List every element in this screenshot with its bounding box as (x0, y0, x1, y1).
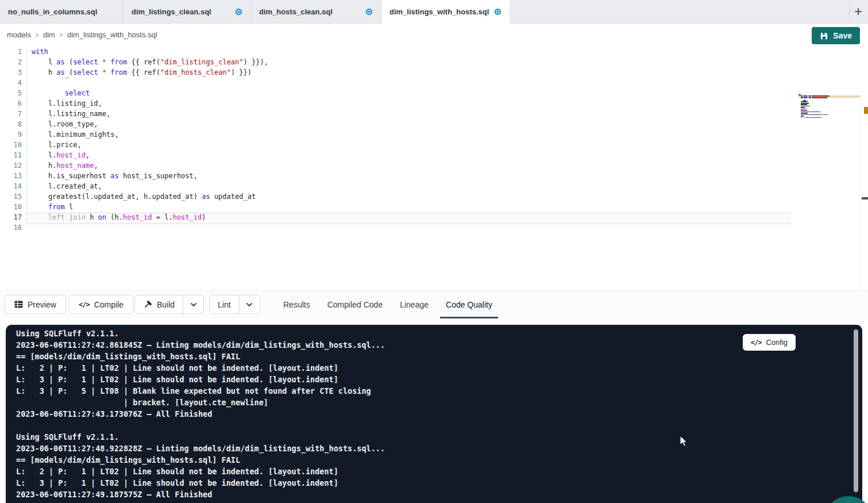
code-line[interactable]: h as (select * from {{ ref("dim_hosts_cl… (32, 68, 799, 79)
code-line[interactable] (32, 224, 799, 234)
panel-tab-lineage[interactable]: Lineage (394, 291, 434, 318)
line-number: 5 (0, 89, 22, 99)
line-number: 9 (0, 130, 22, 141)
code-line[interactable]: l.minimum_nights, (32, 130, 799, 141)
scrollbar-position-marker[interactable] (862, 197, 868, 199)
build-button-label: Build (157, 300, 175, 309)
new-tab-button[interactable]: + (851, 2, 866, 21)
editor-minimap[interactable] (798, 94, 862, 122)
line-number: 14 (0, 182, 22, 193)
code-line[interactable]: from l (32, 203, 799, 213)
terminal-line: L: 3 | P: 1 | LT02 | Line should not be … (16, 478, 788, 490)
line-number: 17 (0, 213, 22, 224)
code-line[interactable] (32, 79, 799, 89)
code-line[interactable]: h.host_name, (32, 162, 799, 172)
panel-tab-label: Results (283, 300, 310, 309)
breadcrumb-item[interactable]: models (7, 30, 31, 39)
modified-dot-icon (361, 8, 373, 16)
tab-bar-filler: + (510, 0, 868, 24)
line-number: 8 (0, 120, 22, 130)
minimap-line (798, 95, 862, 97)
editor-tab[interactable]: no_nulls_in_columns.sql (0, 0, 124, 24)
code-line[interactable]: l.listing_id, (32, 99, 799, 110)
save-button[interactable]: Save (812, 27, 860, 44)
config-button[interactable]: </> Config (743, 334, 796, 351)
panel-tab-label: Code Quality (446, 300, 492, 309)
compile-button[interactable]: </> Compile (69, 295, 133, 314)
line-number: 18 (0, 224, 22, 234)
terminal-line: == [models/dim/dim_listings_with_hosts.s… (16, 352, 788, 363)
code-line[interactable]: left join h on (h.host_id = l.host_id) (32, 213, 799, 224)
panel-tab-results[interactable]: Results (277, 291, 316, 318)
code-lines[interactable]: with l as (select * from {{ ref("dim_lis… (32, 48, 799, 234)
modified-dot-icon (489, 8, 501, 16)
code-line[interactable]: l.host_id, (32, 151, 799, 162)
minimap-line (798, 101, 862, 102)
breadcrumb-item[interactable]: dim_listings_with_hosts.sql (67, 30, 157, 39)
code-line[interactable]: l as (select * from {{ ref("dim_listings… (32, 58, 799, 68)
panel-tab-code-quality[interactable]: Code Quality (440, 291, 498, 318)
terminal-line: Using SQLFluff v2.1.1. (16, 432, 788, 444)
line-number: 10 (0, 141, 22, 151)
code-line[interactable]: h.is_superhost as host_is_superhost, (32, 172, 799, 182)
panel-tab-label: Compiled Code (327, 300, 383, 309)
build-button[interactable]: Build (135, 295, 183, 313)
tab-label: dim_listings_clean.sql (132, 7, 211, 16)
panel-tab-compiled-code[interactable]: Compiled Code (322, 291, 389, 318)
line-number: 12 (0, 162, 22, 172)
code-line[interactable]: l.price, (32, 141, 799, 151)
tab-label: dim_listings_with_hosts.sql (389, 7, 489, 16)
lint-output-terminal[interactable]: Using SQLFluff v2.1.1.2023-06-06T11:27:4… (6, 325, 862, 503)
build-dropdown-button[interactable] (183, 295, 203, 313)
terminal-line: 2023-06-06T11:27:48.922828Z — Linting mo… (16, 444, 788, 455)
lint-button[interactable]: Lint (210, 295, 239, 313)
breadcrumb-item[interactable]: dim (43, 30, 55, 39)
code-line[interactable]: l.listing_name, (32, 110, 799, 120)
editor-tabs: no_nulls_in_columns.sqldim_listings_clea… (0, 0, 510, 24)
preview-button[interactable]: Preview (5, 295, 66, 314)
terminal-line: 2023-06-06T11:27:49.187575Z — All Finish… (16, 490, 788, 501)
minimap-line (798, 118, 862, 120)
terminal-line: == [models/dim/dim_listings_with_hosts.s… (16, 455, 788, 467)
editor-tab[interactable]: dim_hosts_clean.sql (251, 0, 381, 24)
minimap-line (798, 113, 862, 114)
terminal-line: Using SQLFluff v2.1.1. (16, 329, 788, 340)
chevron-down-icon (189, 300, 198, 309)
code-line[interactable]: l.room_type, (32, 120, 799, 130)
code-line[interactable]: select (32, 89, 799, 99)
line-number: 4 (0, 79, 22, 89)
lint-button-group: Lint (209, 295, 260, 314)
code-editor[interactable]: 123456789101112131415161718 with l as (s… (0, 46, 868, 290)
editor-tab[interactable]: dim_listings_with_hosts.sql (381, 0, 510, 24)
code-line[interactable]: with (32, 48, 799, 58)
minimap-line (798, 98, 862, 99)
panel-tab-label: Lineage (400, 300, 429, 309)
editor-tab[interactable]: dim_listings_clean.sql (124, 0, 251, 24)
modified-dot-icon (230, 8, 242, 16)
code-brackets-icon: </> (751, 339, 762, 347)
result-panel-tabs: ResultsCompiled CodeLineageCode Quality (277, 291, 498, 318)
line-number: 11 (0, 151, 22, 162)
terminal-scrollbar-thumb[interactable] (854, 329, 858, 492)
dbt-cloud-ide: no_nulls_in_columns.sqldim_listings_clea… (0, 0, 868, 503)
code-line[interactable]: l.created_at, (32, 182, 799, 193)
terminal-line: L: 2 | P: 1 | LT02 | Line should not be … (16, 467, 788, 478)
lint-dropdown-button[interactable] (239, 295, 260, 313)
tab-label: no_nulls_in_columns.sql (8, 7, 97, 16)
terminal-line: L: 3 | P: 5 | LT08 | Blank line expected… (16, 386, 788, 398)
minimap-line (798, 114, 862, 116)
line-number: 1 (0, 48, 22, 58)
line-number: 2 (0, 58, 22, 68)
breadcrumb-separator: > (35, 31, 39, 39)
code-line[interactable]: greatest(l.updated_at, h.updated_at) as … (32, 193, 799, 203)
line-number: 15 (0, 193, 22, 203)
config-button-label: Config (766, 338, 788, 347)
minimap-line (798, 100, 862, 101)
preview-button-label: Preview (28, 300, 56, 309)
terminal-output: Using SQLFluff v2.1.1.2023-06-06T11:27:4… (16, 329, 788, 501)
lint-button-label: Lint (218, 300, 231, 309)
minimap-line (798, 97, 862, 98)
overview-ruler-marker (864, 107, 868, 114)
terminal-line: | bracket. [layout.cte_newline] (16, 398, 788, 409)
terminal-line: L: 2 | P: 1 | LT02 | Line should not be … (16, 363, 788, 375)
